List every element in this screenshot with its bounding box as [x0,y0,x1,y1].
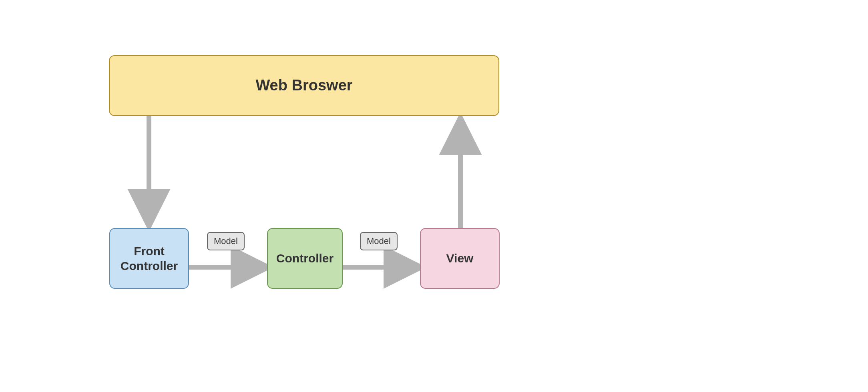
edge-label-model-2: Model [360,232,398,250]
node-web-browser: Web Broswer [109,55,499,116]
diagram-canvas: Web Broswer Front Controller Controller … [0,0,868,392]
node-front-controller-label: Front Controller [121,244,178,274]
edge-label-model-1: Model [207,232,245,250]
node-web-browser-label: Web Broswer [255,76,352,95]
node-view-label: View [446,251,474,266]
node-view: View [420,228,500,289]
node-controller: Controller [267,228,343,289]
node-controller-label: Controller [276,251,334,266]
node-front-controller: Front Controller [109,228,189,289]
